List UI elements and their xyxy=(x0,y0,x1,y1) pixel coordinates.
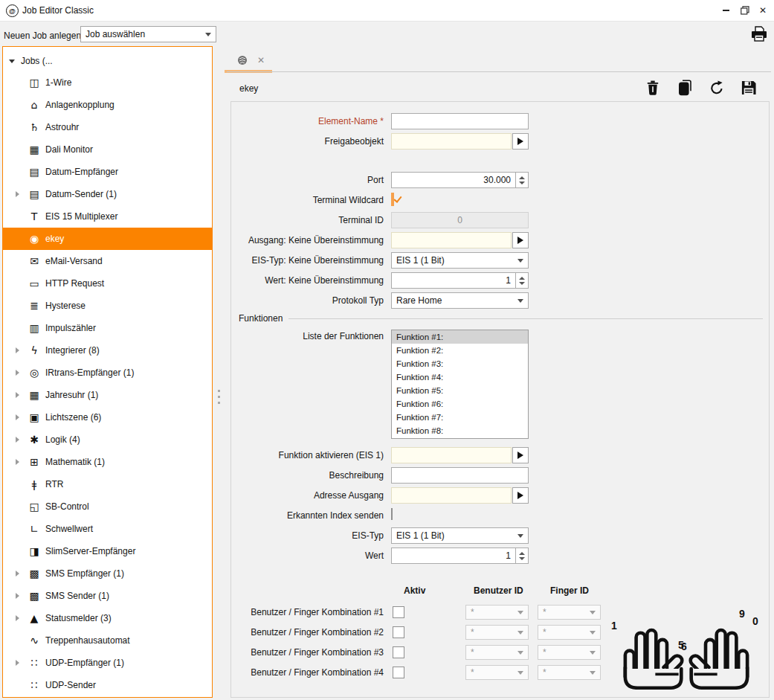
chevron-right-icon[interactable] xyxy=(16,347,19,353)
finger-id-select[interactable]: * xyxy=(538,665,601,680)
wert-keine-input[interactable]: 1 xyxy=(391,272,516,289)
port-input[interactable]: 30.000 xyxy=(391,172,516,188)
finger-id-select[interactable]: * xyxy=(538,605,601,620)
jobs-root-node[interactable]: Jobs (... xyxy=(3,53,53,69)
sidebar-item[interactable]: ǂ RTR xyxy=(3,473,212,495)
sidebar-item[interactable]: ▣ Lichtszene (6) xyxy=(3,406,212,428)
sidebar-item[interactable]: ▦ Jahresuhr (1) xyxy=(3,384,212,406)
chevron-right-icon[interactable] xyxy=(16,571,19,577)
sidebar-item[interactable]: ◎ IRtrans-Empfänger (1) xyxy=(3,362,212,384)
wert-input[interactable]: 1 xyxy=(391,548,516,564)
sidebar-item[interactable]: ≣ Hysterese xyxy=(3,295,212,317)
sidebar-item[interactable]: ✉ eMail-Versand xyxy=(3,250,212,272)
eis-typ-keine-select[interactable]: EIS 1 (1 Bit) xyxy=(391,252,529,269)
sidebar-item[interactable]: ϟ Integrierer (8) xyxy=(3,339,212,362)
finger-id-select[interactable]: * xyxy=(538,625,601,640)
funktion-aktivieren-input[interactable] xyxy=(391,447,512,463)
sidebar-item[interactable]: ⌂ Anlagenkopplung xyxy=(3,94,212,116)
copy-job-button[interactable] xyxy=(677,79,692,97)
chevron-right-icon[interactable] xyxy=(16,593,19,599)
splitter-handle[interactable] xyxy=(218,390,221,408)
funktion-list-item[interactable]: Funktion #6: xyxy=(392,397,528,411)
ausgang-keine-input[interactable] xyxy=(391,232,512,248)
sidebar-item[interactable]: ▩ SMS Empfänger (1) xyxy=(3,562,212,585)
benutzer-id-select[interactable]: * xyxy=(465,665,529,680)
benutzer-id-select[interactable]: * xyxy=(465,645,529,660)
delete-job-button[interactable] xyxy=(645,79,660,97)
aktiv-checkbox[interactable] xyxy=(393,646,404,658)
close-button[interactable]: ✕ xyxy=(756,4,770,17)
freigabeobjekt-input[interactable] xyxy=(391,133,512,150)
wert-spinner[interactable] xyxy=(516,548,529,564)
sidebar-item[interactable]: ◱ SB-Control xyxy=(3,495,212,518)
chevron-right-icon[interactable] xyxy=(16,191,19,197)
freigabeobjekt-picker-button[interactable] xyxy=(512,133,529,150)
sidebar-item[interactable]: ∿ Treppenhausautomat xyxy=(3,629,212,652)
protokoll-typ-select[interactable]: Rare Home xyxy=(391,292,529,309)
chevron-right-icon[interactable] xyxy=(16,437,19,443)
restore-button[interactable] xyxy=(738,4,752,17)
sidebar-item[interactable]: ∟ Schwellwert xyxy=(3,518,212,540)
sidebar-item[interactable]: ✱ Logik (4) xyxy=(3,428,212,451)
ausgang-keine-picker-button[interactable] xyxy=(512,232,529,248)
collapse-triangle-icon[interactable] xyxy=(9,60,15,63)
chevron-down-icon xyxy=(590,651,596,655)
beschreibung-input[interactable] xyxy=(391,467,529,484)
sidebar-item[interactable]: ▲ Statusmelder (3) xyxy=(3,607,212,629)
job-select-dropdown[interactable]: Job auswählen xyxy=(80,26,216,42)
sidebar-item[interactable]: ⊞ Mathematik (1) xyxy=(3,451,212,473)
sidebar-item[interactable]: ▦ Dali Monitor xyxy=(3,138,212,161)
aktiv-checkbox[interactable] xyxy=(393,626,404,638)
minimize-button[interactable] xyxy=(719,4,732,17)
print-button[interactable] xyxy=(750,25,768,43)
aktiv-checkbox[interactable] xyxy=(393,667,404,678)
window-title: Job Editor Classic xyxy=(22,5,94,16)
sidebar-item[interactable]: ▭ HTTP Request xyxy=(3,272,212,295)
element-name-input[interactable] xyxy=(391,113,529,129)
chevron-right-icon[interactable] xyxy=(16,615,19,621)
funktion-list-item[interactable]: Funktion #5: xyxy=(392,384,528,397)
reset-job-button[interactable] xyxy=(709,79,724,97)
funktion-list-item[interactable]: Funktion #3: xyxy=(392,357,528,370)
aktiv-checkbox[interactable] xyxy=(393,606,404,618)
erkannten-index-checkbox[interactable] xyxy=(391,508,393,520)
wert-keine-spinner[interactable] xyxy=(516,272,529,289)
chevron-right-icon[interactable] xyxy=(16,660,19,666)
funktion-list-item[interactable]: Funktion #8: xyxy=(392,424,528,437)
chevron-right-icon[interactable] xyxy=(16,414,19,420)
sidebar-item[interactable]: ▤ Datum-Sender (1) xyxy=(3,183,212,205)
funktion-list-item[interactable]: Funktion #7: xyxy=(392,411,528,424)
save-job-button[interactable] xyxy=(741,79,756,97)
sidebar-item[interactable]: ♄ Astrouhr xyxy=(3,116,212,138)
benutzer-id-select[interactable]: * xyxy=(465,625,529,640)
port-spinner[interactable] xyxy=(516,172,529,188)
adresse-ausgang-input[interactable] xyxy=(391,487,512,504)
tab-ekey[interactable]: ✕ xyxy=(227,51,273,71)
adresse-ausgang-picker-button[interactable] xyxy=(512,487,529,504)
sidebar-item[interactable]: ▥ Impulszähler xyxy=(3,317,212,339)
funktionen-listbox[interactable]: Funktion #1: Funktion #2: Funktion #3: F… xyxy=(391,330,529,439)
sidebar-item[interactable]: ∷ UDP-Empfänger (1) xyxy=(3,652,212,674)
funktion-list-item[interactable]: Funktion #1: xyxy=(392,330,528,344)
sidebar-item[interactable]: ▩ SMS Sender (1) xyxy=(3,585,212,607)
benutzer-id-select[interactable]: * xyxy=(465,605,529,620)
funktion-list-item[interactable]: Funktion #4: xyxy=(392,370,528,384)
sidebar-item[interactable]: ◉ ekey xyxy=(3,228,212,250)
sidebar-item[interactable]: ∷ UDP-Sender xyxy=(3,674,212,696)
job-type-icon: ⌂ xyxy=(27,94,42,116)
terminal-wildcard-checkbox[interactable] xyxy=(391,193,394,206)
job-type-icon: ◎ xyxy=(27,362,42,384)
finger-id-select[interactable]: * xyxy=(538,645,601,660)
funktion-list-item[interactable]: Funktion #2: xyxy=(392,344,528,357)
tab-close-icon[interactable]: ✕ xyxy=(257,55,265,65)
sidebar-item[interactable]: ▤ Datum-Empfänger xyxy=(3,161,212,183)
chevron-right-icon[interactable] xyxy=(16,370,19,376)
eis-typ-select[interactable]: EIS 1 (1 Bit) xyxy=(391,527,529,544)
sidebar-item[interactable]: ◫ 1-Wire xyxy=(3,71,212,94)
funktion-aktivieren-picker-button[interactable] xyxy=(512,447,529,463)
sidebar-item[interactable]: T EIS 15 Multiplexer xyxy=(3,205,212,228)
chevron-right-icon[interactable] xyxy=(16,459,19,465)
save-icon xyxy=(741,80,756,96)
chevron-right-icon[interactable] xyxy=(16,392,19,398)
sidebar-item[interactable]: ◨ SlimServer-Empfänger xyxy=(3,540,212,562)
